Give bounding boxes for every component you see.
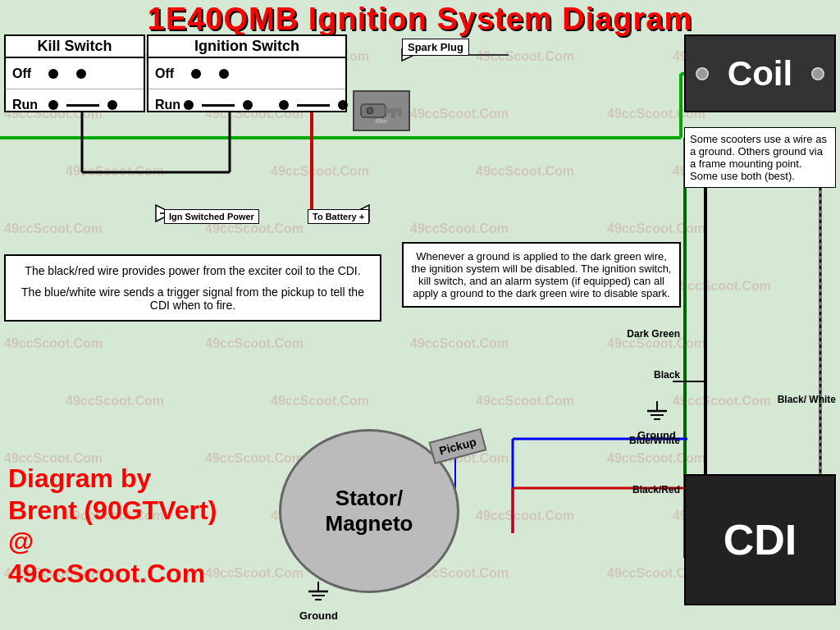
kill-switch-off-row: Off	[6, 58, 144, 89]
coil-terminal-left	[696, 67, 709, 80]
svg-rect-2	[391, 113, 395, 118]
black-white-wire-label: Black/ White	[778, 394, 836, 405]
cdi-info-box: Whenever a ground is applied to the dark…	[402, 242, 681, 308]
ignition-switch-run-diagram	[184, 100, 348, 110]
black-wire-label: Black	[654, 369, 680, 381]
pickup-label: Pickup	[428, 428, 486, 464]
info-box-right: Some scooters use a wire as a ground. Ot…	[684, 127, 836, 188]
ignition-switch-run-row: Run	[148, 89, 345, 121]
svg-point-4	[367, 107, 373, 114]
svg-text:49cc: 49cc	[376, 118, 388, 124]
ground-label-2: Ground	[299, 609, 338, 622]
kill-switch-title: Kill Switch	[6, 36, 144, 58]
ground-symbol-2: Ground	[299, 582, 338, 622]
ign-switched-power-label: Ign Switched Power	[164, 209, 259, 224]
ignition-switch-off-diagram	[191, 69, 229, 79]
coil-label: Coil	[728, 54, 792, 94]
coil-box: Coil	[684, 34, 836, 112]
spark-plug-label: Spark Plug	[402, 39, 469, 56]
kill-switch-run-row: Run	[6, 89, 144, 121]
page-title: 1E40QMB Ignition System Diagram	[0, 2, 840, 37]
black-red-wire-label: Black/Red	[632, 484, 680, 495]
key-icon: 49cc	[353, 90, 410, 131]
ground-symbol-1: Ground	[637, 401, 676, 441]
cdi-label: CDI	[724, 515, 797, 564]
kill-switch-off-label: Off	[12, 66, 45, 81]
kill-switch-off-diagram	[48, 69, 86, 79]
ignition-switch-title: Ignition Switch	[148, 36, 345, 58]
to-battery-label: To Battery +	[308, 209, 369, 224]
dark-green-wire-label: Dark Green	[627, 328, 680, 340]
ignition-switch-off-row: Off	[148, 58, 345, 89]
kill-switch-run-label: Run	[12, 98, 45, 112]
stator-label: Stator/ Magneto	[326, 486, 413, 536]
credit-text: Diagram by Brent (90GTVert) @ 49ccScoot.…	[8, 463, 217, 589]
ignition-switch-box: Ignition Switch Off Run	[147, 34, 347, 112]
cdi-box: CDI	[684, 474, 836, 605]
ignition-switch-run-label: Run	[155, 98, 180, 112]
ignition-switch-off-label: Off	[155, 66, 188, 81]
coil-terminal-right	[811, 67, 824, 80]
svg-rect-3	[398, 113, 402, 116]
ground-label-1: Ground	[637, 429, 676, 441]
kill-switch-box: Kill Switch Off Run	[4, 34, 145, 112]
svg-rect-1	[386, 108, 402, 113]
left-info-line1: The black/red wire provides power from t…	[14, 264, 372, 277]
left-info-box: The black/red wire provides power from t…	[4, 254, 381, 322]
left-info-line2: The blue/white wire sends a trigger sign…	[14, 285, 372, 312]
kill-switch-run-diagram	[48, 100, 117, 110]
